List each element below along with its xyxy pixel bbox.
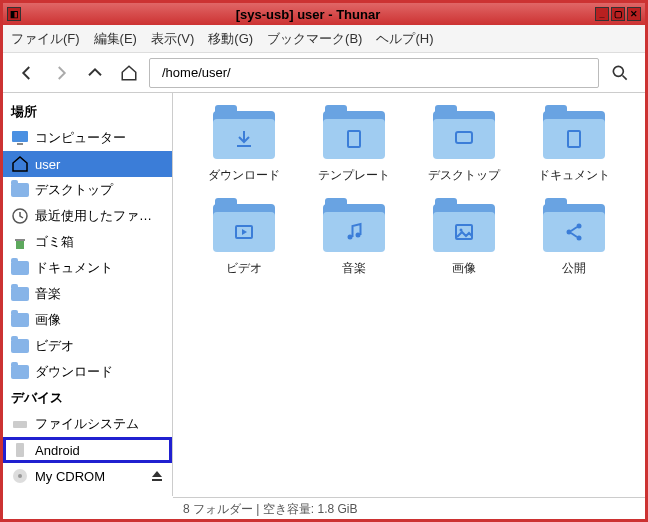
sidebar: 場所 コンピューター user デスクトップ 最近使用したファ… ゴミ箱 ドキュ…	[3, 93, 173, 496]
menu-edit[interactable]: 編集(E)	[94, 30, 137, 48]
folder-icon	[433, 109, 495, 159]
path-bar[interactable]	[149, 58, 599, 88]
sidebar-item-pictures[interactable]: 画像	[3, 307, 172, 333]
menu-view[interactable]: 表示(V)	[151, 30, 194, 48]
home-icon	[11, 155, 29, 173]
titlebar: ◧ [sys-usb] user - Thunar _ ▢ ✕	[3, 3, 645, 25]
sidebar-item-computer[interactable]: コンピューター	[3, 125, 172, 151]
folder-item[interactable]: ドキュメント	[529, 109, 619, 184]
menu-bookmarks[interactable]: ブックマーク(B)	[267, 30, 362, 48]
folder-label: デスクトップ	[428, 167, 500, 184]
clock-icon	[11, 207, 29, 225]
folder-item[interactable]: デスクトップ	[419, 109, 509, 184]
sidebar-item-music[interactable]: 音楽	[3, 281, 172, 307]
menu-file[interactable]: ファイル(F)	[11, 30, 80, 48]
folder-label: ダウンロード	[208, 167, 280, 184]
svg-point-9	[18, 474, 22, 478]
toolbar	[3, 53, 645, 93]
folder-label: 公開	[562, 260, 586, 277]
svg-rect-6	[13, 421, 27, 428]
folder-label: ドキュメント	[538, 167, 610, 184]
disc-icon	[11, 467, 29, 485]
sidebar-places-header: 場所	[3, 99, 172, 125]
eject-icon[interactable]	[150, 469, 164, 483]
folder-item[interactable]: テンプレート	[309, 109, 399, 184]
close-button[interactable]: ✕	[627, 7, 641, 21]
up-button[interactable]	[81, 59, 109, 87]
sidebar-item-filesystem[interactable]: ファイルシステム	[3, 411, 172, 437]
folder-icon	[323, 109, 385, 159]
svg-rect-2	[17, 143, 23, 145]
svg-point-0	[613, 66, 623, 76]
svg-rect-11	[348, 131, 360, 147]
main-view[interactable]: ダウンロードテンプレートデスクトップドキュメントビデオ音楽画像公開	[173, 93, 645, 496]
folder-icon	[11, 259, 29, 277]
svg-rect-10	[152, 479, 162, 481]
folder-icon	[543, 109, 605, 159]
folder-label: 画像	[452, 260, 476, 277]
drive-icon	[11, 415, 29, 433]
sidebar-item-videos[interactable]: ビデオ	[3, 333, 172, 359]
sidebar-item-android[interactable]: Android	[3, 437, 172, 463]
sidebar-network-header: ネットワーク	[3, 489, 172, 496]
sidebar-item-documents[interactable]: ドキュメント	[3, 255, 172, 281]
folder-icon	[11, 285, 29, 303]
folder-icon	[433, 202, 495, 252]
folder-icon	[213, 202, 275, 252]
folder-item[interactable]: 音楽	[309, 202, 399, 277]
forward-button[interactable]	[47, 59, 75, 87]
folder-item[interactable]: 公開	[529, 202, 619, 277]
folder-item[interactable]: ビデオ	[199, 202, 289, 277]
svg-rect-5	[15, 239, 25, 241]
menu-help[interactable]: ヘルプ(H)	[376, 30, 433, 48]
status-bar: 8 フォルダー | 空き容量: 1.8 GiB	[173, 497, 645, 519]
folder-item[interactable]: 画像	[419, 202, 509, 277]
path-input[interactable]	[162, 65, 592, 80]
window-title: [sys-usb] user - Thunar	[21, 7, 595, 22]
sidebar-item-user[interactable]: user	[3, 151, 172, 177]
menu-go[interactable]: 移動(G)	[208, 30, 253, 48]
svg-rect-4	[16, 241, 24, 249]
back-button[interactable]	[13, 59, 41, 87]
menubar: ファイル(F) 編集(E) 表示(V) 移動(G) ブックマーク(B) ヘルプ(…	[3, 25, 645, 53]
search-button[interactable]	[605, 58, 635, 88]
computer-icon	[11, 129, 29, 147]
maximize-button[interactable]: ▢	[611, 7, 625, 21]
home-button[interactable]	[115, 59, 143, 87]
svg-rect-7	[16, 443, 24, 457]
folder-icon	[11, 181, 29, 199]
folder-item[interactable]: ダウンロード	[199, 109, 289, 184]
phone-icon	[11, 441, 29, 459]
svg-rect-1	[12, 131, 28, 142]
minimize-button[interactable]: _	[595, 7, 609, 21]
folder-icon	[11, 311, 29, 329]
folder-icon	[543, 202, 605, 252]
svg-rect-13	[568, 131, 580, 147]
sysmenu-icon[interactable]: ◧	[7, 7, 21, 21]
folder-label: ビデオ	[226, 260, 262, 277]
trash-icon	[11, 233, 29, 251]
sidebar-item-recent[interactable]: 最近使用したファ…	[3, 203, 172, 229]
sidebar-item-downloads[interactable]: ダウンロード	[3, 359, 172, 385]
folder-icon	[11, 363, 29, 381]
sidebar-item-trash[interactable]: ゴミ箱	[3, 229, 172, 255]
sidebar-item-cdrom[interactable]: My CDROM	[3, 463, 172, 489]
sidebar-item-desktop[interactable]: デスクトップ	[3, 177, 172, 203]
folder-icon	[323, 202, 385, 252]
folder-icon	[213, 109, 275, 159]
folder-label: テンプレート	[318, 167, 390, 184]
svg-rect-12	[456, 132, 472, 143]
sidebar-devices-header: デバイス	[3, 385, 172, 411]
folder-label: 音楽	[342, 260, 366, 277]
folder-icon	[11, 337, 29, 355]
